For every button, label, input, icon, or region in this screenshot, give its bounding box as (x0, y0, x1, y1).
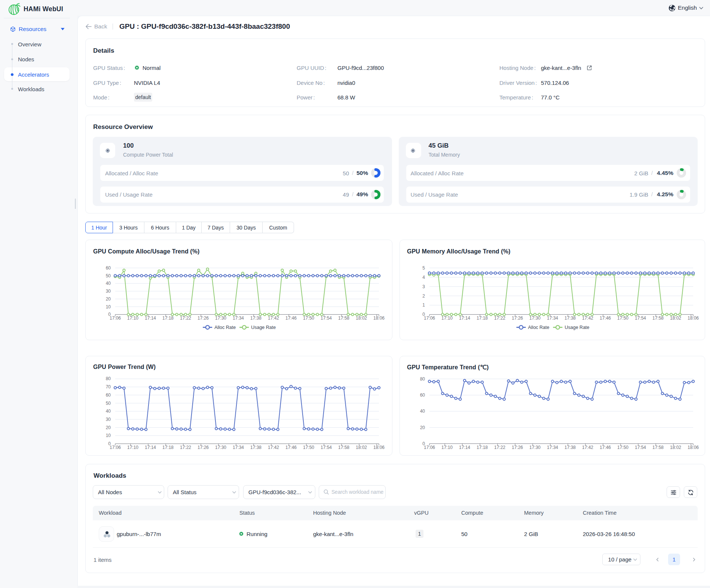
svg-text:17:50: 17:50 (617, 445, 628, 450)
svg-text:4: 4 (422, 275, 425, 280)
svg-text:18:02: 18:02 (356, 315, 367, 321)
svg-text:30: 30 (106, 416, 111, 422)
svg-text:17:50: 17:50 (617, 315, 628, 321)
svg-text:17:54: 17:54 (634, 315, 646, 321)
svg-text:17:30: 17:30 (215, 445, 226, 450)
svg-text:17:18: 17:18 (162, 445, 174, 450)
svg-text:60: 60 (106, 392, 111, 397)
svg-text:20: 20 (106, 296, 111, 302)
svg-text:17:14: 17:14 (145, 445, 156, 450)
svg-text:17:54: 17:54 (321, 315, 332, 321)
svg-text:17:10: 17:10 (441, 445, 452, 450)
svg-text:Usage Rate: Usage Rate (251, 325, 276, 330)
svg-text:17:30: 17:30 (529, 315, 540, 321)
svg-text:17:58: 17:58 (338, 315, 349, 321)
svg-text:17:10: 17:10 (441, 315, 452, 321)
svg-text:1: 1 (422, 302, 425, 308)
svg-text:Alloc Rate: Alloc Rate (528, 325, 549, 330)
svg-text:17:06: 17:06 (423, 315, 435, 321)
svg-text:17:30: 17:30 (529, 445, 540, 450)
svg-text:17:54: 17:54 (321, 445, 332, 450)
svg-text:50: 50 (106, 400, 111, 406)
svg-text:17:58: 17:58 (652, 315, 663, 321)
svg-text:18:02: 18:02 (670, 315, 681, 321)
svg-text:17:34: 17:34 (233, 445, 244, 450)
svg-text:17:34: 17:34 (233, 315, 244, 321)
svg-text:70: 70 (106, 384, 111, 390)
svg-text:10: 10 (106, 433, 111, 438)
svg-text:17:30: 17:30 (215, 315, 226, 321)
svg-text:17:14: 17:14 (459, 445, 470, 450)
svg-text:17:46: 17:46 (599, 315, 610, 321)
svg-text:3: 3 (422, 284, 425, 289)
svg-text:17:22: 17:22 (180, 445, 191, 450)
svg-text:20: 20 (106, 425, 111, 430)
svg-text:2: 2 (422, 293, 425, 299)
svg-text:17:42: 17:42 (268, 315, 279, 321)
svg-text:17:58: 17:58 (652, 445, 663, 450)
svg-text:17:46: 17:46 (285, 315, 297, 321)
svg-text:50: 50 (106, 273, 111, 278)
svg-text:18:06: 18:06 (687, 445, 698, 450)
svg-text:17:06: 17:06 (110, 315, 121, 321)
svg-text:17:58: 17:58 (338, 445, 349, 450)
svg-text:18:02: 18:02 (670, 445, 681, 450)
svg-text:40: 40 (106, 409, 111, 414)
svg-text:17:06: 17:06 (423, 445, 435, 450)
svg-text:17:18: 17:18 (476, 445, 487, 450)
svg-text:17:18: 17:18 (162, 315, 174, 321)
svg-text:60: 60 (106, 265, 111, 271)
svg-text:17:46: 17:46 (285, 445, 297, 450)
svg-text:17:06: 17:06 (110, 445, 121, 450)
svg-text:40: 40 (420, 409, 425, 414)
svg-text:17:42: 17:42 (268, 445, 279, 450)
svg-text:17:38: 17:38 (564, 315, 575, 321)
svg-text:20: 20 (420, 425, 425, 430)
svg-text:18:06: 18:06 (373, 445, 385, 450)
svg-text:17:14: 17:14 (145, 315, 156, 321)
svg-text:17:38: 17:38 (250, 445, 261, 450)
svg-text:17:22: 17:22 (494, 445, 505, 450)
svg-text:17:10: 17:10 (127, 315, 138, 321)
svg-text:17:34: 17:34 (547, 445, 558, 450)
svg-text:17:34: 17:34 (547, 315, 558, 321)
svg-text:17:50: 17:50 (303, 445, 314, 450)
svg-text:17:42: 17:42 (582, 315, 593, 321)
svg-text:60: 60 (420, 392, 425, 398)
svg-text:80: 80 (420, 376, 425, 381)
svg-text:17:22: 17:22 (180, 315, 191, 321)
svg-text:Usage Rate: Usage Rate (564, 325, 589, 330)
svg-text:5: 5 (422, 265, 425, 271)
svg-text:17:18: 17:18 (476, 315, 487, 321)
svg-text:17:38: 17:38 (564, 445, 575, 450)
svg-text:18:06: 18:06 (373, 315, 385, 321)
svg-text:Alloc Rate: Alloc Rate (214, 325, 236, 330)
svg-text:17:10: 17:10 (127, 445, 138, 450)
svg-text:10: 10 (106, 304, 111, 310)
svg-text:30: 30 (106, 289, 111, 294)
svg-text:17:26: 17:26 (511, 315, 523, 321)
svg-text:17:42: 17:42 (582, 445, 593, 450)
svg-text:17:22: 17:22 (494, 315, 505, 321)
svg-text:40: 40 (106, 281, 111, 286)
svg-text:17:46: 17:46 (599, 445, 610, 450)
svg-text:18:02: 18:02 (356, 445, 367, 450)
svg-text:17:26: 17:26 (198, 315, 209, 321)
svg-text:17:26: 17:26 (511, 445, 523, 450)
svg-text:17:14: 17:14 (459, 315, 470, 321)
svg-text:17:54: 17:54 (634, 445, 646, 450)
svg-text:17:50: 17:50 (303, 315, 314, 321)
svg-text:17:38: 17:38 (250, 315, 261, 321)
svg-text:18:06: 18:06 (687, 315, 698, 321)
svg-text:17:26: 17:26 (198, 445, 209, 450)
svg-text:80: 80 (106, 376, 111, 381)
